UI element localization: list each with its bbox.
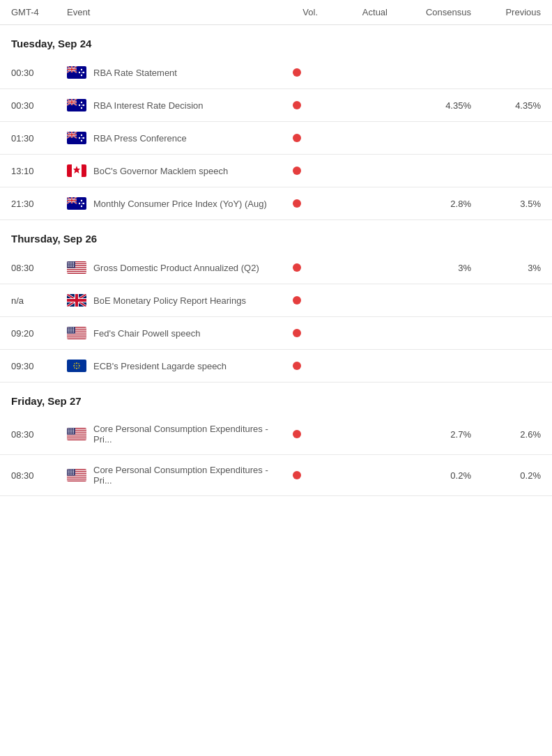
svg-point-168	[70, 470, 70, 470]
flag-eu	[67, 360, 86, 372]
svg-point-42	[81, 140, 82, 141]
event-vol	[276, 296, 318, 304]
svg-rect-68	[67, 268, 86, 269]
volatility-indicator	[293, 134, 301, 142]
col-consensus: Consensus	[388, 7, 471, 17]
event-name-cell: Gross Domestic Product Annualized (Q2)	[67, 261, 276, 274]
svg-point-177	[71, 472, 72, 473]
event-consensus: 0.2%	[388, 470, 471, 481]
col-previous: Previous	[471, 7, 541, 17]
event-name: Fed's Chair Powell speech	[93, 328, 201, 339]
event-previous: 4.35%	[471, 100, 541, 111]
svg-point-61	[81, 206, 82, 207]
event-time: 08:30	[11, 429, 67, 440]
table-row[interactable]: 09:20 Fed's Chair Pow	[0, 317, 552, 350]
svg-point-134	[76, 368, 77, 369]
svg-point-118	[70, 332, 70, 332]
svg-rect-46	[67, 164, 72, 177]
svg-point-74	[71, 262, 72, 263]
event-time: 09:20	[11, 328, 67, 339]
event-name-cell: Core Personal Consumption Expenditures -…	[67, 465, 276, 486]
svg-point-84	[68, 266, 68, 267]
svg-rect-102	[67, 335, 86, 336]
event-time: 00:30	[11, 68, 67, 78]
event-previous: 3%	[471, 263, 541, 273]
svg-point-179	[68, 474, 68, 475]
table-row[interactable]: n/a BoE Monetary Policy Report Hearings	[0, 284, 552, 317]
svg-point-75	[73, 262, 74, 263]
svg-point-28	[79, 105, 80, 106]
table-row[interactable]: 00:30 RBA Interest Rate Decision4.35%4.3…	[0, 89, 552, 122]
svg-rect-141	[67, 438, 86, 439]
svg-point-83	[73, 265, 74, 265]
event-time: 09:30	[11, 361, 67, 371]
svg-point-14	[82, 72, 83, 73]
event-vol	[276, 68, 318, 77]
svg-point-112	[73, 329, 74, 330]
svg-point-87	[73, 266, 74, 267]
col-vol: Vol.	[276, 7, 318, 17]
table-row[interactable]: 08:30 Core Personal C	[0, 455, 552, 496]
event-name: Gross Domestic Product Annualized (Q2)	[93, 263, 259, 273]
svg-point-119	[71, 332, 72, 332]
svg-point-180	[70, 474, 70, 475]
svg-point-62	[79, 203, 80, 204]
event-name-cell: BoC's Governor Macklem speech	[67, 164, 276, 177]
svg-point-108	[73, 327, 74, 328]
section-header-1: Thursday, Sep 26	[0, 220, 552, 252]
svg-point-131	[74, 365, 75, 367]
section-1: Thursday, Sep 2608:30	[0, 220, 552, 383]
svg-point-176	[70, 472, 70, 473]
svg-rect-164	[67, 477, 86, 478]
svg-point-110	[70, 329, 70, 330]
event-consensus: 3%	[388, 263, 471, 273]
event-name: BoE Monetary Policy Report Hearings	[93, 295, 246, 306]
event-time: 21:30	[11, 199, 67, 209]
svg-point-85	[70, 266, 70, 267]
svg-point-106	[70, 327, 70, 328]
col-timezone: GMT-4	[11, 7, 67, 17]
event-vol	[276, 199, 318, 208]
svg-point-107	[71, 327, 72, 328]
event-consensus: 4.35%	[388, 100, 471, 111]
svg-point-181	[71, 474, 72, 475]
svg-point-127	[74, 363, 75, 364]
svg-point-86	[71, 266, 72, 267]
table-row[interactable]: 13:10 BoC's Governor Macklem speech	[0, 155, 552, 187]
svg-point-178	[73, 472, 74, 473]
event-vol	[276, 101, 318, 109]
event-time: 01:30	[11, 133, 67, 144]
event-name-cell: Monthly Consumer Price Index (YoY) (Aug)	[67, 197, 276, 210]
event-vol	[276, 329, 318, 337]
table-row[interactable]: 21:30 Monthly Consumer Price Index (YoY)…	[0, 187, 552, 220]
table-row[interactable]: 09:30 ECB's President Lagarde speech	[0, 350, 552, 383]
svg-rect-70	[67, 272, 86, 272]
svg-point-10	[81, 69, 82, 70]
section-2: Friday, Sep 2708:30 C	[0, 383, 552, 496]
event-previous: 2.6%	[471, 429, 541, 440]
svg-point-145	[71, 429, 72, 429]
table-row[interactable]: 01:30 RBA Press Conference	[0, 122, 552, 155]
event-time: n/a	[11, 295, 67, 306]
header-row: GMT-4 Event Vol. Actual Consensus Previo…	[0, 0, 552, 25]
svg-point-152	[70, 431, 70, 432]
svg-point-154	[73, 431, 74, 432]
svg-rect-47	[82, 164, 86, 177]
table-row[interactable]: 08:30 Core Personal C	[0, 414, 552, 455]
event-vol	[276, 430, 318, 438]
svg-point-175	[68, 472, 68, 473]
table-row[interactable]: 00:30 RBA Rate Statement	[0, 56, 552, 89]
svg-point-182	[73, 474, 74, 475]
section-header-0: Tuesday, Sep 24	[0, 25, 552, 56]
event-name-cell: RBA Press Conference	[67, 132, 276, 144]
flag-us	[67, 261, 86, 274]
volatility-indicator	[293, 471, 301, 479]
svg-point-77	[70, 263, 70, 264]
col-event: Event	[67, 7, 276, 17]
event-consensus: 2.8%	[388, 199, 471, 209]
table-row[interactable]: 08:30 Gross Domestic	[0, 252, 552, 284]
svg-point-73	[70, 262, 70, 263]
volatility-indicator	[293, 68, 301, 77]
svg-point-27	[81, 107, 82, 109]
volatility-indicator	[293, 430, 301, 438]
